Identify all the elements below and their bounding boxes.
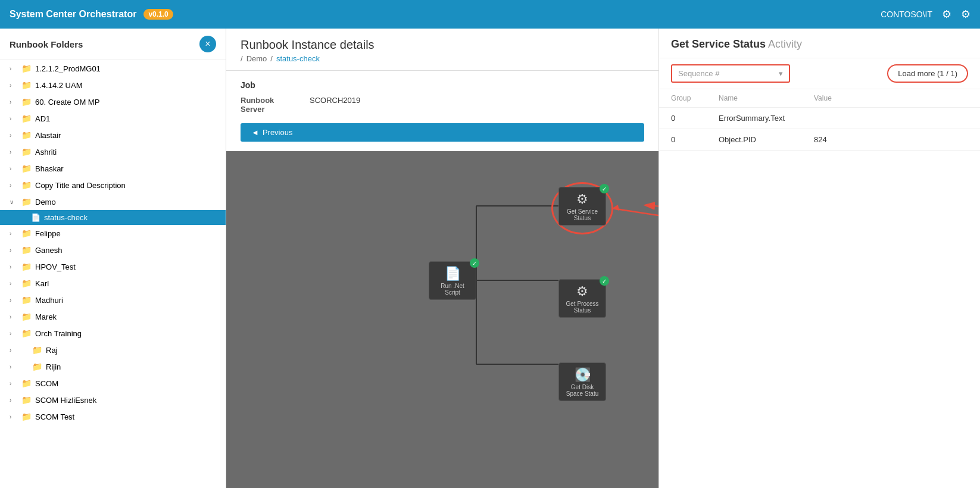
app-title: System Center Orchestrator bbox=[10, 9, 136, 20]
folder-icon: 📁 bbox=[21, 395, 32, 405]
sidebar-item-label: Karl bbox=[35, 279, 49, 288]
sidebar-item-madhuri[interactable]: › 📁 Madhuri bbox=[0, 292, 226, 308]
runbook-instance-title: Runbook Instance details bbox=[241, 38, 644, 52]
chevron-right-icon: › bbox=[10, 132, 18, 139]
sidebar-item-label: Felippe bbox=[35, 229, 61, 238]
dropdown-chevron-icon: ▾ bbox=[779, 69, 783, 78]
folder-icon: 📁 bbox=[21, 97, 32, 107]
chevron-right-icon: › bbox=[10, 364, 18, 370]
panel-row-objectpid[interactable]: 0 Object.PID 824 bbox=[659, 129, 980, 151]
main-layout: Runbook Folders × › 📁 1.2.1.2_ProdMG01 ›… bbox=[0, 29, 980, 488]
folder-icon: 📁 bbox=[21, 64, 32, 73]
sidebar-item-marek[interactable]: › 📁 Marek bbox=[0, 308, 226, 325]
sidebar-item-felippe[interactable]: › 📁 Felippe bbox=[0, 225, 226, 242]
job-row-runbook-server: RunbookServer SCORCH2019 bbox=[241, 96, 644, 114]
chevron-right-icon: › bbox=[10, 280, 18, 287]
job-label: Job bbox=[241, 80, 644, 90]
sidebar-item-scom[interactable]: › 📁 SCOM bbox=[0, 375, 226, 392]
diagram-area: ✓ 📄 Run .NetScript ✓ ⚙ Get ServiceStatus… bbox=[226, 151, 658, 488]
sidebar-item-ganesh[interactable]: › 📁 Ganesh bbox=[0, 242, 226, 258]
sidebar-item-label: 1.2.1.2_ProdMG01 bbox=[35, 64, 101, 73]
job-key-runbook-server: RunbookServer bbox=[241, 96, 300, 114]
sidebar-item-orchtraining[interactable]: › 📁 Orch Training bbox=[0, 325, 226, 342]
node-get-disk-space-status-icon: 💽 bbox=[575, 367, 591, 383]
sidebar-item-label: Ashriti bbox=[35, 148, 57, 157]
settings-icon[interactable]: ⚙ bbox=[942, 8, 951, 21]
sidebar-item-scomtest[interactable]: › 📁 SCOM Test bbox=[0, 408, 226, 425]
row-value: 824 bbox=[814, 135, 968, 144]
job-section: Job RunbookServer SCORCH2019 bbox=[226, 71, 658, 123]
job-table: RunbookServer SCORCH2019 bbox=[241, 96, 644, 114]
sidebar-close-button[interactable]: × bbox=[199, 36, 216, 52]
sidebar-item-hpovtest[interactable]: › 📁 HPOV_Test bbox=[0, 258, 226, 275]
sidebar-item-label: AD1 bbox=[35, 114, 50, 123]
node-get-process-status-label: Get ProcessStatus bbox=[566, 301, 598, 314]
panel-title: Get Service Status Activity bbox=[671, 38, 802, 50]
panel-title-bold: Get Service Status bbox=[671, 38, 766, 50]
chevron-right-icon: › bbox=[10, 230, 18, 237]
node-check-icon: ✓ bbox=[600, 184, 609, 193]
col-name-header: Name bbox=[719, 94, 814, 102]
folder-icon: 📁 bbox=[21, 262, 32, 271]
sequence-select[interactable]: Sequence # ▾ bbox=[671, 64, 790, 83]
gear-icon[interactable]: ⚙ bbox=[961, 8, 970, 21]
sidebar-item-karl[interactable]: › 📁 Karl bbox=[0, 275, 226, 292]
sidebar-item-1212prodmg01[interactable]: › 📁 1.2.1.2_ProdMG01 bbox=[0, 60, 226, 77]
panel-row-errorsummary[interactable]: 0 ErrorSummary.Text bbox=[659, 108, 980, 129]
sidebar: Runbook Folders × › 📁 1.2.1.2_ProdMG01 ›… bbox=[0, 29, 226, 488]
chevron-right-icon: › bbox=[10, 314, 18, 320]
chevron-right-icon: › bbox=[10, 347, 18, 354]
prev-arrow-icon: ◄ bbox=[251, 128, 259, 137]
node-get-process-status-icon: ⚙ bbox=[576, 284, 588, 299]
folder-icon: 📁 bbox=[21, 378, 32, 388]
chevron-right-icon: › bbox=[10, 115, 18, 122]
sidebar-item-bhaskar[interactable]: › 📁 Bhaskar bbox=[0, 160, 226, 177]
prev-label: Previous bbox=[263, 128, 293, 137]
breadcrumb-child[interactable]: status-check bbox=[276, 54, 320, 63]
sidebar-item-60createommp[interactable]: › 📁 60. Create OM MP bbox=[0, 93, 226, 110]
sidebar-item-label: Alastair bbox=[35, 131, 61, 140]
previous-button[interactable]: ◄ Previous bbox=[241, 123, 644, 142]
row-name: Object.PID bbox=[719, 135, 814, 144]
folder-icon: 📁 bbox=[21, 229, 32, 238]
header-left: System Center Orchestrator v0.1.0 bbox=[10, 9, 173, 20]
sidebar-item-label: HPOV_Test bbox=[35, 262, 76, 271]
sidebar-item-alastair[interactable]: › 📁 Alastair bbox=[0, 127, 226, 143]
breadcrumb-parent: Demo bbox=[246, 54, 267, 63]
sub-item-label: status-check bbox=[44, 213, 88, 222]
sidebar-item-ad1[interactable]: › 📁 AD1 bbox=[0, 110, 226, 127]
sidebar-item-14142uam[interactable]: › 📁 1.4.14.2 UAM bbox=[0, 77, 226, 93]
sidebar-item-rijin[interactable]: › 📁 Rijin bbox=[0, 358, 226, 375]
node-get-process-status[interactable]: ✓ ⚙ Get ProcessStatus bbox=[558, 279, 606, 318]
row-group: 0 bbox=[671, 135, 719, 144]
sidebar-item-label: Bhaskar bbox=[35, 164, 64, 173]
sidebar-item-ashriti[interactable]: › 📁 Ashriti bbox=[0, 143, 226, 160]
load-more-button[interactable]: Load more (1 / 1) bbox=[887, 64, 968, 83]
panel-table-header: Group Name Value bbox=[659, 89, 980, 108]
node-check-icon: ✓ bbox=[470, 258, 479, 268]
sidebar-subitem-status-check[interactable]: 📄 status-check bbox=[0, 210, 226, 225]
sidebar-header: Runbook Folders × bbox=[0, 29, 226, 60]
folder-icon: 📁 bbox=[21, 197, 32, 207]
breadcrumb-sep2: / bbox=[270, 54, 273, 63]
node-get-disk-space-status[interactable]: 💽 Get DiskSpace Statu bbox=[558, 362, 606, 401]
sidebar-item-scomhizliesnek[interactable]: › 📁 SCOM HizliEsnek bbox=[0, 392, 226, 408]
sidebar-item-copytitleanddescription[interactable]: › 📁 Copy Title and Description bbox=[0, 177, 226, 193]
chevron-right-icon: › bbox=[10, 247, 18, 254]
document-icon: 📄 bbox=[31, 213, 40, 222]
sidebar-item-label: SCOM HizliEsnek bbox=[35, 396, 96, 405]
sidebar-item-raj[interactable]: › 📁 Raj bbox=[0, 342, 226, 358]
folder-icon: 📁 bbox=[21, 130, 32, 140]
panel-header: Get Service Status Activity bbox=[659, 29, 980, 58]
folder-icon: 📁 bbox=[21, 164, 32, 173]
node-check-icon: ✓ bbox=[600, 276, 609, 286]
col-group-header: Group bbox=[671, 94, 719, 102]
folder-icon: 📁 bbox=[21, 312, 32, 321]
sidebar-item-demo[interactable]: ∨ 📁 Demo bbox=[0, 193, 226, 210]
node-run-net-script[interactable]: ✓ 📄 Run .NetScript bbox=[429, 261, 476, 300]
runbook-header: Runbook Instance details / Demo / status… bbox=[226, 29, 658, 71]
sequence-label: Sequence # bbox=[678, 69, 719, 78]
node-get-service-status[interactable]: ✓ ⚙ Get ServiceStatus bbox=[558, 187, 606, 226]
sidebar-item-label: Madhuri bbox=[35, 296, 63, 305]
sidebar-item-label: 1.4.14.2 UAM bbox=[35, 81, 83, 90]
